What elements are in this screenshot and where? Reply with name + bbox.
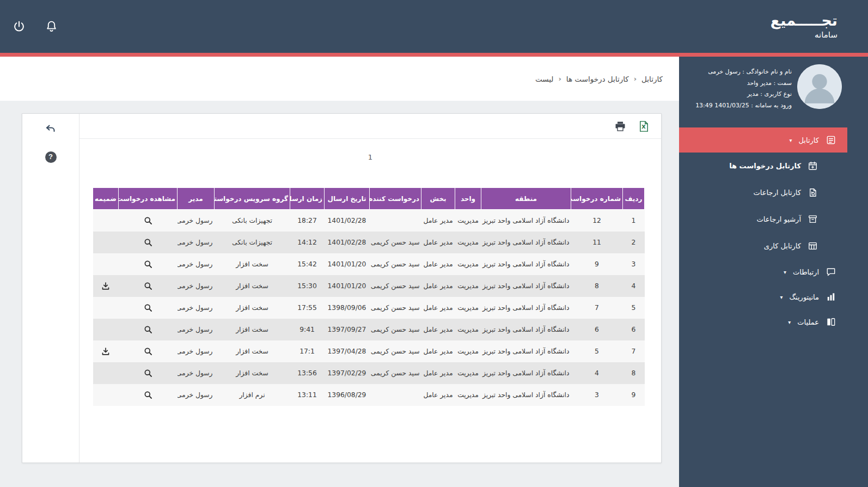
menu-item-label: آرشیو ارجاعات: [757, 215, 801, 223]
profile-name: نام و نام خانوادگی : رسول خرمی: [695, 66, 792, 78]
chevron-down-icon: ▾: [784, 269, 786, 275]
cell-request-no: 8: [571, 275, 623, 297]
cell-manager: رسول خرمی: [178, 210, 215, 232]
cell-attachment: [93, 210, 119, 232]
printer-icon: [614, 126, 627, 135]
cell-section: مدیر عامل: [421, 253, 455, 275]
menu-item-referrals-archive[interactable]: آرشیو ارجاعات: [679, 206, 847, 233]
download-attachment-button[interactable]: [100, 346, 111, 357]
cell-attachment: [93, 232, 119, 253]
page-number[interactable]: 1: [365, 152, 376, 162]
columns-icon: [826, 316, 836, 327]
cell-region: دانشگاه آزاد اسلامی واحد تبریز: [481, 362, 571, 384]
view-request-button[interactable]: [143, 346, 154, 357]
menu-item-cartable[interactable]: کارتابل ▾: [679, 127, 847, 153]
cell-section: مدیر عامل: [421, 275, 455, 297]
cell-unit: مدیریت: [455, 210, 481, 232]
cell-unit: مدیریت: [455, 340, 481, 362]
help-button[interactable]: [42, 149, 59, 165]
cell-request-no: 4: [571, 362, 623, 384]
cell-unit: مدیریت: [455, 275, 481, 297]
svg-text:X: X: [641, 124, 646, 130]
table-row: 48دانشگاه آزاد اسلامی واحد تبریزمدیریتمد…: [93, 275, 645, 297]
back-button[interactable]: [42, 120, 59, 137]
breadcrumb-item-cartable[interactable]: کارتابل: [641, 75, 663, 83]
menu-item-label: کارتابل ارجاعات: [754, 188, 801, 197]
download-icon: [101, 349, 110, 357]
breadcrumb-item-list: لیست: [535, 75, 554, 83]
profile-position: سمت : مدیر واحد: [695, 78, 792, 89]
menu-item-label: کارتابل: [799, 136, 819, 144]
cell-row-no: 7: [623, 340, 645, 362]
column-header: واحد: [455, 188, 481, 210]
cell-service-group: نرم افزار: [215, 384, 290, 406]
view-request-button[interactable]: [143, 302, 154, 313]
view-request-button[interactable]: [143, 324, 154, 335]
cell-send-date: 1396/08/29: [325, 384, 370, 406]
download-attachment-button[interactable]: [100, 281, 111, 291]
view-request-button[interactable]: [143, 237, 154, 248]
cell-attachment: [93, 362, 119, 384]
print-button[interactable]: [613, 119, 628, 134]
menu-item-label: عملیات: [797, 318, 819, 326]
power-button[interactable]: [9, 16, 29, 37]
cell-send-time: 13:11: [290, 384, 325, 406]
column-header: ضمیمه: [93, 188, 119, 210]
cell-send-date: 1401/02/28: [325, 210, 370, 232]
profile-user-type: نوع کاربری : مدیر: [695, 89, 792, 100]
cell-attachment: [93, 275, 119, 297]
profile-panel: نام و نام خانوادگی : رسول خرمی سمت : مدی…: [679, 57, 847, 119]
cell-attachment: [93, 297, 119, 319]
download-icon: [101, 284, 110, 292]
topbar: تجـــــمیع سامانه: [0, 0, 868, 53]
cell-send-time: 17:55: [290, 297, 325, 319]
menu-item-communications[interactable]: ارتباطات ▾: [679, 259, 847, 284]
breadcrumb-separator: ‹: [558, 75, 561, 83]
view-request-button[interactable]: [143, 215, 154, 226]
column-header: ردیف: [623, 188, 645, 210]
table-row: 57دانشگاه آزاد اسلامی واحد تبریزمدیریتمد…: [93, 297, 645, 319]
menu-item-label: ارتباطات: [793, 268, 819, 276]
menu-item-monitoring[interactable]: مانیتورینگ ▾: [679, 284, 847, 309]
magnifier-icon: [144, 371, 152, 379]
bar-chart-icon: [826, 291, 836, 302]
requests-card: X 1 ردیفشماره درخواستمنطقهواحدبخشدرخواست…: [22, 113, 662, 463]
column-header: شماره درخواست: [571, 188, 623, 210]
cell-request-no: 7: [571, 297, 623, 319]
cell-send-time: 9:41: [290, 319, 325, 340]
column-header: تاریخ ارسال: [325, 188, 370, 210]
cell-row-no: 8: [623, 362, 645, 384]
cell-send-date: 1397/04/28: [325, 340, 370, 362]
view-request-button[interactable]: [143, 368, 154, 379]
view-request-button[interactable]: [143, 259, 154, 270]
chevron-down-icon: ▾: [789, 137, 792, 143]
cell-requester: سید حسن کریمی: [370, 340, 421, 362]
cell-region: دانشگاه آزاد اسلامی واحد تبریز: [481, 297, 571, 319]
brand-subtitle: سامانه: [771, 30, 838, 40]
cell-section: مدیر عامل: [421, 319, 455, 340]
magnifier-icon: [144, 262, 152, 270]
cell-service-group: تجهیزات بانکی: [215, 232, 290, 253]
view-request-button[interactable]: [143, 281, 154, 291]
table-row: 93دانشگاه آزاد اسلامی واحد تبریزمدیریتمد…: [93, 384, 645, 406]
breadcrumb-item-requests[interactable]: کارتابل درخواست ها: [566, 75, 629, 83]
menu-item-cartable-requests[interactable]: کارتابل درخواست ها: [679, 153, 847, 179]
cell-region: دانشگاه آزاد اسلامی واحد تبریز: [481, 232, 571, 253]
menu-item-work-cartable[interactable]: کارتابل کاری: [679, 233, 847, 259]
cell-row-no: 2: [623, 232, 645, 253]
export-excel-button[interactable]: X: [637, 119, 651, 134]
avatar: [797, 64, 842, 109]
cell-request-no: 5: [571, 340, 623, 362]
menu-item-operations[interactable]: عملیات ▾: [679, 309, 847, 334]
magnifier-icon: [144, 327, 152, 336]
cell-service-group: سخت افزار: [215, 297, 290, 319]
menu-item-cartable-referrals[interactable]: کارتابل ارجاعات: [679, 179, 847, 206]
brand-title: تجـــــمیع: [771, 13, 838, 28]
view-request-button[interactable]: [143, 389, 154, 400]
chevron-down-icon: ▾: [788, 319, 791, 325]
cell-region: دانشگاه آزاد اسلامی واحد تبریز: [481, 210, 571, 232]
cell-region: دانشگاه آزاد اسلامی واحد تبریز: [481, 319, 571, 340]
cell-view-request: [119, 297, 178, 319]
cell-requester: [370, 384, 421, 406]
notifications-button[interactable]: [41, 16, 62, 36]
